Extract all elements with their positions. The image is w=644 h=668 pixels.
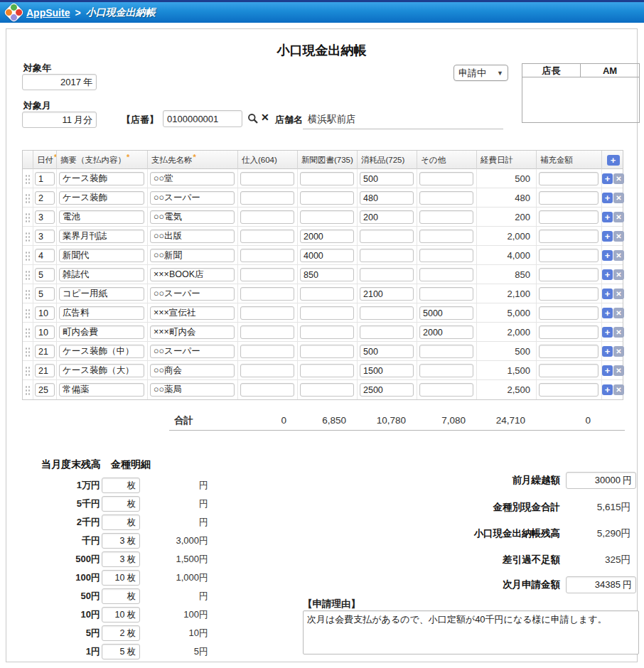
drag-handle-icon[interactable] [25,347,30,357]
sonota-input[interactable] [419,325,473,339]
shiire-input[interactable] [240,172,294,185]
denomination-count-input[interactable]: 枚 [102,496,140,512]
hoju-input[interactable] [539,383,599,397]
shiire-input[interactable] [240,230,294,243]
payee-input[interactable] [150,383,235,397]
hoju-input[interactable] [539,230,599,243]
shinbun-input[interactable] [300,268,354,281]
sonota-input[interactable] [419,345,473,358]
hoju-input[interactable] [539,287,599,301]
shomohin-input[interactable] [360,172,414,185]
shiire-input[interactable] [240,191,294,205]
shomohin-input[interactable] [360,383,414,397]
delete-row-button[interactable]: ✕ [613,365,624,376]
delete-row-button[interactable]: ✕ [613,231,624,242]
status-select[interactable]: 申請中 ▼ [454,65,508,81]
payee-input[interactable] [150,345,235,358]
shiire-input[interactable] [240,268,294,281]
shinbun-input[interactable] [300,249,354,262]
date-input[interactable] [35,172,55,185]
shinbun-input[interactable] [300,383,354,397]
summary-input[interactable] [59,210,144,224]
drag-handle-icon[interactable] [25,289,30,299]
drag-handle-icon[interactable] [25,270,30,280]
date-input[interactable] [35,230,55,243]
payee-input[interactable] [150,172,235,185]
hoju-input[interactable] [539,249,599,262]
hoju-input[interactable] [539,268,599,281]
add-row-button[interactable]: + [602,212,613,222]
shiire-input[interactable] [240,306,294,320]
shiire-input[interactable] [240,345,294,358]
date-input[interactable] [35,268,55,281]
shinbun-input[interactable] [300,364,354,377]
payee-input[interactable] [150,249,235,262]
payee-input[interactable] [150,191,235,205]
search-icon[interactable] [247,113,259,124]
sonota-input[interactable] [419,210,473,224]
delete-row-button[interactable]: ✕ [613,327,624,338]
store-number-input[interactable] [163,110,242,127]
date-input[interactable] [35,287,55,301]
shomohin-input[interactable] [360,210,414,224]
add-row-button[interactable]: + [602,250,613,261]
shinbun-input[interactable] [300,287,354,301]
shiire-input[interactable] [240,364,294,377]
shomohin-input[interactable] [360,230,414,243]
payee-input[interactable] [150,230,235,243]
hoju-input[interactable] [539,364,599,377]
delete-row-button[interactable]: ✕ [613,289,624,299]
drag-handle-icon[interactable] [25,308,30,318]
shomohin-input[interactable] [360,364,414,377]
summary-input[interactable] [59,249,144,262]
hoju-input[interactable] [539,191,599,205]
drag-handle-icon[interactable] [25,251,30,261]
denomination-count-input[interactable]: 枚 [102,515,140,530]
shomohin-input[interactable] [360,325,414,339]
sonota-input[interactable] [419,249,473,262]
summary-input[interactable] [59,268,144,281]
hoju-input[interactable] [539,345,599,358]
shiire-input[interactable] [240,287,294,301]
drag-handle-icon[interactable] [25,366,30,376]
hoju-input[interactable] [539,306,599,320]
sonota-input[interactable] [419,287,473,301]
shinbun-input[interactable] [300,325,354,339]
summary-input[interactable] [59,306,144,320]
clear-icon[interactable]: ✕ [261,112,269,123]
delete-row-button[interactable]: ✕ [613,346,624,357]
summary-input[interactable] [59,172,144,185]
summary-input[interactable] [59,191,144,205]
drag-handle-icon[interactable] [25,232,30,242]
date-input[interactable] [35,210,55,224]
summary-input-jigetsu_shinsei[interactable]: 34385円 [566,576,636,593]
hoju-input[interactable] [539,325,599,339]
payee-input[interactable] [150,364,235,377]
shiire-input[interactable] [240,210,294,224]
delete-row-button[interactable]: ✕ [613,193,624,203]
hoju-input[interactable] [539,210,599,224]
delete-row-button[interactable]: ✕ [613,308,624,318]
shinbun-input[interactable] [300,345,354,358]
drag-handle-icon[interactable] [25,385,30,395]
target-month-input[interactable]: 11 月分 [22,112,97,128]
add-row-button[interactable]: + [602,308,613,318]
sonota-input[interactable] [419,268,473,281]
target-year-input[interactable]: 2017 年 [22,74,97,90]
hoju-input[interactable] [539,172,599,185]
summary-input[interactable] [59,325,144,339]
sonota-input[interactable] [419,230,473,243]
denomination-count-input[interactable]: 3枚 [102,533,140,549]
date-input[interactable] [35,364,55,377]
add-row-button[interactable]: + [602,173,613,184]
payee-input[interactable] [150,287,235,301]
date-input[interactable] [35,306,55,320]
shomohin-input[interactable] [360,345,414,358]
payee-input[interactable] [150,210,235,224]
denomination-count-input[interactable]: 枚 [102,478,140,493]
add-row-button[interactable]: + [607,155,620,166]
denomination-count-input[interactable]: 枚 [102,588,140,604]
summary-input[interactable] [59,230,144,243]
date-input[interactable] [35,191,55,205]
sonota-input[interactable] [419,306,473,320]
